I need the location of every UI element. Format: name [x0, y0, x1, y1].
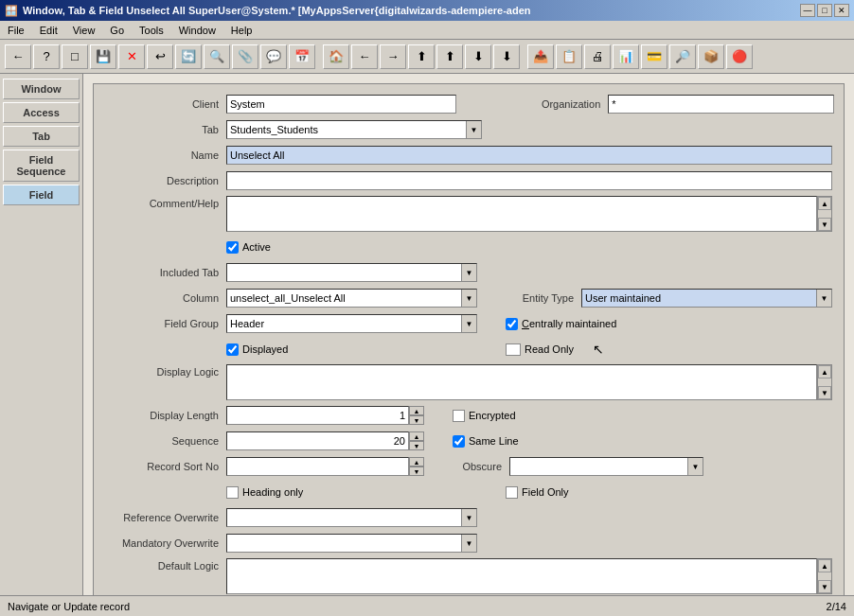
active-checkbox[interactable] [226, 241, 239, 254]
client-input[interactable] [226, 95, 456, 114]
obscure-arrow[interactable]: ▼ [687, 458, 703, 475]
dl-scroll-up[interactable]: ▲ [818, 365, 831, 378]
minimize-button[interactable]: — [800, 4, 815, 17]
included-tab-label: Included Tab [103, 267, 226, 278]
reference-overwrite-arrow[interactable]: ▼ [461, 509, 476, 526]
comment-textarea[interactable] [226, 196, 817, 232]
zoom-button[interactable]: 🔎 [669, 44, 696, 69]
calendar-button[interactable]: 📅 [289, 44, 315, 69]
find-button[interactable]: 🔍 [204, 44, 230, 69]
same-line-checkbox[interactable] [453, 435, 465, 448]
print-button[interactable]: 🖨 [584, 44, 611, 69]
new-button[interactable]: □ [62, 44, 88, 69]
display-length-down[interactable]: ▼ [409, 415, 424, 425]
refresh-button[interactable]: 🔄 [175, 44, 202, 69]
sequence-input[interactable] [226, 431, 409, 450]
menu-view[interactable]: View [70, 24, 98, 37]
centrally-maintained-checkbox[interactable] [506, 318, 518, 330]
sequence-up[interactable]: ▲ [409, 431, 424, 441]
def-scroll-down[interactable]: ▼ [818, 580, 831, 593]
menu-edit[interactable]: Edit [37, 24, 61, 37]
menu-go[interactable]: Go [107, 24, 127, 37]
record-sort-down[interactable]: ▼ [409, 466, 424, 476]
export-button[interactable]: 📤 [527, 44, 554, 69]
next-button[interactable]: → [380, 44, 406, 69]
chat-button[interactable]: 💬 [260, 44, 287, 69]
workflow-button[interactable]: 💳 [641, 44, 667, 69]
display-length-up[interactable]: ▲ [409, 406, 424, 415]
app-icon: 🪟 [5, 5, 18, 17]
obscure-select[interactable]: ▼ [509, 457, 703, 476]
display-logic-textarea[interactable] [226, 364, 817, 400]
active-label: Active [242, 241, 271, 253]
column-select[interactable]: unselect_all_Unselect All ▼ [226, 289, 477, 308]
def-scroll-up[interactable]: ▲ [818, 559, 831, 572]
end-button[interactable]: 📦 [698, 44, 724, 69]
record-sort-label: Record Sort No [103, 461, 226, 472]
copy-button[interactable]: 📋 [556, 44, 582, 69]
maximize-button[interactable]: □ [817, 4, 832, 17]
menu-window[interactable]: Window [176, 24, 219, 37]
display-length-row: Display Length ▲ ▼ Encrypted [103, 405, 834, 426]
default-logic-textarea[interactable] [226, 558, 817, 594]
undo-button[interactable]: ↩ [147, 44, 173, 69]
display-length-input[interactable] [226, 406, 409, 425]
title-bar: 🪟 Window, Tab & Field Unselect All Super… [0, 0, 854, 21]
sidebar-item-window[interactable]: Window [3, 79, 80, 99]
included-tab-select[interactable]: ▼ [226, 263, 477, 282]
scroll-down-btn[interactable]: ▼ [818, 218, 831, 231]
name-input[interactable] [226, 146, 832, 165]
help-button[interactable]: ? [33, 44, 60, 69]
delete-button[interactable]: ✕ [118, 44, 145, 69]
sidebar-item-field-sequence[interactable]: Field Sequence [3, 150, 80, 182]
menu-tools[interactable]: Tools [136, 24, 167, 37]
back-button[interactable]: ← [5, 44, 31, 69]
next-rec-button[interactable]: ⬇ [465, 44, 491, 69]
description-label: Description [103, 175, 226, 186]
column-arrow[interactable]: ▼ [461, 290, 476, 307]
display-logic-scrollbar: ▲ ▼ [817, 364, 832, 400]
first-button[interactable]: ⬆ [408, 44, 435, 69]
prev-button[interactable]: ← [351, 44, 378, 69]
client-label: Client [103, 98, 226, 110]
included-tab-arrow[interactable]: ▼ [461, 264, 476, 281]
org-input[interactable] [608, 95, 834, 114]
attach-button[interactable]: 📎 [232, 44, 258, 69]
field-only-label: Field Only [522, 486, 569, 498]
field-group-arrow[interactable]: ▼ [461, 315, 476, 332]
mandatory-overwrite-select[interactable]: ▼ [226, 534, 477, 553]
menu-file[interactable]: File [5, 24, 27, 37]
exit-button[interactable]: 🔴 [726, 44, 753, 69]
last-button[interactable]: ⬇ [493, 44, 520, 69]
reference-overwrite-row: Reference Overwrite ▼ [103, 507, 834, 528]
comment-label: Comment/Help [103, 196, 226, 209]
status-message: Navigate or Update record [8, 601, 130, 612]
entity-type-select[interactable]: User maintained ▼ [581, 289, 832, 308]
sidebar-item-access[interactable]: Access [3, 102, 80, 123]
sidebar: Window Access Tab Field Sequence Field [0, 74, 83, 595]
description-input[interactable] [226, 171, 832, 190]
entity-type-arrow[interactable]: ▼ [816, 290, 831, 307]
dl-scroll-down[interactable]: ▼ [818, 386, 831, 399]
prev-rec-button[interactable]: ⬆ [436, 44, 463, 69]
sidebar-item-field[interactable]: Field [3, 185, 80, 205]
reference-overwrite-select[interactable]: ▼ [226, 508, 477, 527]
tab-select[interactable]: Students_Students ▼ [226, 120, 482, 139]
home-button[interactable]: 🏠 [323, 44, 349, 69]
tab-select-arrow[interactable]: ▼ [466, 121, 481, 138]
close-button[interactable]: ✕ [834, 4, 849, 17]
record-sort-up[interactable]: ▲ [409, 457, 424, 466]
field-group-select[interactable]: Header ▼ [226, 314, 477, 333]
record-sort-input[interactable] [226, 457, 409, 476]
sequence-down[interactable]: ▼ [409, 441, 424, 450]
field-group-row: Field Group Header ▼ Centrally maintaine… [103, 313, 834, 334]
title-text: Window, Tab & Field Unselect All SuperUs… [23, 5, 531, 16]
menu-help[interactable]: Help [228, 24, 256, 37]
report-button[interactable]: 📊 [613, 44, 639, 69]
sidebar-item-tab[interactable]: Tab [3, 126, 80, 147]
displayed-checkbox[interactable] [226, 343, 239, 356]
centrally-maintained-label: Centrally maintained [522, 318, 616, 329]
scroll-up-btn[interactable]: ▲ [818, 197, 831, 210]
mandatory-overwrite-arrow[interactable]: ▼ [461, 535, 476, 552]
save-button[interactable]: 💾 [90, 44, 116, 69]
